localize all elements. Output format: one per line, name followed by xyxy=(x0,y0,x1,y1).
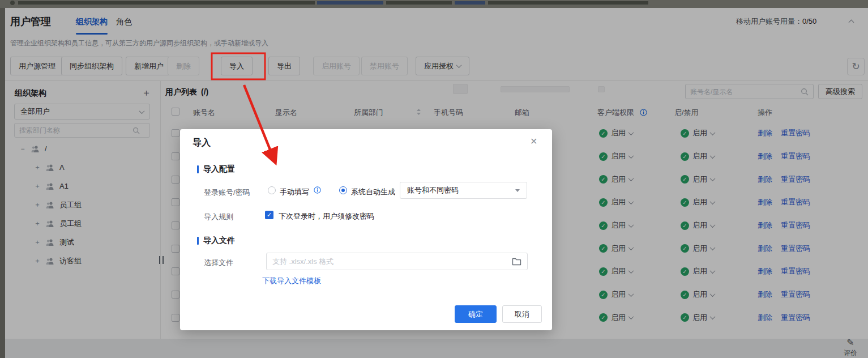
close-icon[interactable]: ✕ xyxy=(530,136,537,147)
section-import-config: 导入配置 xyxy=(197,164,235,174)
confirm-button[interactable]: 确定 xyxy=(455,305,497,323)
import-dialog: 导入 ✕ 导入配置 登录账号/密码 手动填写 系统自动生成 账号和不同密码 导入… xyxy=(180,129,552,330)
cancel-button[interactable]: 取消 xyxy=(502,305,542,323)
dialog-title: 导入 xyxy=(193,137,211,149)
login-account-label: 登录账号/密码 xyxy=(204,187,250,198)
password-mode-select[interactable]: 账号和不同密码 xyxy=(400,182,527,199)
choose-file-label: 选择文件 xyxy=(204,258,233,268)
folder-icon[interactable] xyxy=(512,257,521,266)
radio-auto-generate-label[interactable]: 系统自动生成 xyxy=(351,187,395,197)
info-icon[interactable] xyxy=(314,186,321,195)
force-change-password-label[interactable]: 下次登录时，用户须修改密码 xyxy=(279,211,374,221)
select-caret-icon xyxy=(515,189,520,192)
radio-manual-fill[interactable] xyxy=(268,186,276,194)
file-input-field[interactable] xyxy=(272,257,512,266)
import-rule-label: 导入规则 xyxy=(204,212,233,222)
radio-auto-generate[interactable] xyxy=(339,186,347,194)
force-change-password-checkbox[interactable]: ✓ xyxy=(265,211,273,219)
download-template-link[interactable]: 下载导入文件模板 xyxy=(262,276,321,286)
radio-manual-fill-label[interactable]: 手动填写 xyxy=(280,187,309,197)
section-import-file: 导入文件 xyxy=(197,236,235,246)
file-input[interactable] xyxy=(266,253,528,270)
